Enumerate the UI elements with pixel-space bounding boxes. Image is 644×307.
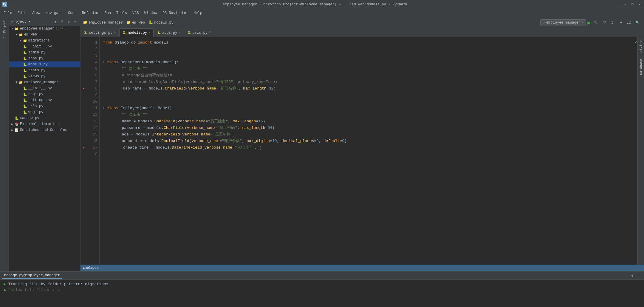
tree-label: urls.py <box>28 104 43 108</box>
param: max_length <box>242 125 265 131</box>
tree-item-employee-manager-inner[interactable]: ▼ 📁 employee_manager <box>9 79 80 85</box>
punc: ( <box>202 144 205 151</box>
tree-item-admin[interactable]: 🐍 admin.py <box>9 50 80 55</box>
menu-edit[interactable]: Edit <box>15 10 29 16</box>
menu-run[interactable]: Run <box>102 10 113 16</box>
param: default <box>323 138 340 144</box>
tab-settings[interactable]: 🐍 settings.py × <box>80 28 119 37</box>
run-config-dropdown[interactable]: ▷ employee_manager ▼ <box>540 19 586 26</box>
code-line-3 <box>103 53 635 59</box>
project-header-title: Project ▾ <box>11 19 31 24</box>
menu-help[interactable]: Help <box>191 10 205 16</box>
punc: . <box>161 125 164 131</box>
sciview-panel-label[interactable]: SciView <box>638 38 644 57</box>
tab-apps[interactable]: 🐍 apps.py × <box>154 28 184 37</box>
class-name: Department <box>121 59 144 66</box>
gutter-line-16 <box>80 138 87 144</box>
punc: , <box>319 138 321 144</box>
tree-item-wsgi[interactable]: 🐍 wsgi.py <box>9 109 80 115</box>
more-button[interactable]: ≫ <box>617 20 624 25</box>
tree-item-models[interactable]: 🐍 models.py <box>9 61 80 67</box>
menu-vcs[interactable]: VCS <box>130 10 141 16</box>
operator: = <box>151 144 153 151</box>
tree-label: views.py <box>28 74 46 78</box>
run-button[interactable]: ▶ <box>587 19 591 26</box>
terminal-close-button[interactable]: – <box>636 273 642 278</box>
punc: . <box>159 138 161 144</box>
punc: = <box>232 144 235 151</box>
tree-item-apps[interactable]: 🐍 apps.py <box>9 55 80 61</box>
profile-button[interactable]: ⏱ <box>609 20 616 25</box>
tab-models[interactable]: 🐍 models.py × <box>119 28 154 37</box>
menu-tools[interactable]: Tools <box>114 10 129 16</box>
punc: ) <box>170 105 172 112</box>
toolbar-right: ▷ employee_manager ▼ ▶ 🔨 🛡 ⏱ ≫ ⎇ 🔍 <box>540 19 642 26</box>
tab-close-button[interactable]: × <box>148 31 150 34</box>
line-num-15: 15 <box>87 131 97 138</box>
terminal-tab-manage[interactable]: manage.py@employee_manager <box>2 273 62 279</box>
minimize-button[interactable]: ─ <box>623 2 627 7</box>
tree-label: __init__.py <box>28 86 52 90</box>
coverage-button[interactable]: 🛡 <box>601 20 608 25</box>
menu-view[interactable]: View <box>29 10 43 16</box>
punc: , <box>255 144 257 151</box>
code-line-12: """员工表""" <box>103 112 635 118</box>
menu-code[interactable]: Code <box>66 10 79 16</box>
class-name: Model <box>158 105 170 112</box>
menu-bar: File Edit View Navigate Code Refactor Ru… <box>0 9 644 17</box>
git-button[interactable]: ⎇ <box>625 20 633 25</box>
terminal-settings-button[interactable]: ⚙ <box>630 273 635 278</box>
tree-item-scratches-and-consoles[interactable]: ▶ 📝 Scratches and Consoles <box>9 127 80 133</box>
project-panel-toggle[interactable]: 1: Project <box>1 18 8 40</box>
tree-item-external-libraries[interactable]: ▶ 📚 External Libraries <box>9 121 80 127</box>
tree-item-employee-manager-root[interactable]: ▼ 📁 employee_manager D:/Py <box>9 26 80 32</box>
tree-item-settings-inner[interactable]: 🐍 settings.py <box>9 97 80 103</box>
python-file-icon: 🐍 <box>23 62 27 67</box>
code-line-15: age = models . IntegerField ( verbose_na… <box>103 131 635 138</box>
search-button[interactable]: 🔍 <box>634 20 642 25</box>
maximize-button[interactable]: □ <box>630 2 634 7</box>
class-name: Model <box>162 59 174 66</box>
menu-refactor[interactable]: Refactor <box>80 10 102 16</box>
tree-item-init-em-web[interactable]: 🐍 __init__.py <box>9 44 80 50</box>
line-num-17: 17 <box>87 144 97 151</box>
tab-urls[interactable]: 🐍 urls.py × <box>184 28 214 37</box>
gutter-line-8: ● <box>80 85 87 92</box>
collapse-all-button[interactable]: ≡ <box>59 19 65 24</box>
tab-close-button[interactable]: × <box>179 31 180 34</box>
menu-navigate[interactable]: Navigate <box>43 10 65 16</box>
close-button[interactable]: ✕ <box>637 2 642 7</box>
code-editor[interactable]: from django.db import models ⊟ class <box>100 37 637 265</box>
terminal-cursor: Follow file filter ... <box>8 288 60 292</box>
menu-file[interactable]: File <box>1 10 15 16</box>
tree-item-views[interactable]: 🐍 views.py <box>9 73 80 79</box>
python-file-icon: 🐍 <box>23 56 27 61</box>
close-panel-button[interactable]: – <box>72 19 78 24</box>
tree-item-tests[interactable]: 🐍 tests.py <box>9 67 80 73</box>
param: max_digits <box>247 138 270 144</box>
tab-close-button[interactable]: × <box>209 31 211 34</box>
punc: . <box>150 131 152 138</box>
punc: . <box>152 118 154 125</box>
terminal-content[interactable]: ▶ Tracking file by folder pattern: migra… <box>0 280 644 307</box>
tree-item-init-inner[interactable]: 🐍 __init__.py <box>9 85 80 91</box>
tree-item-urls-inner[interactable]: 🐍 urls.py <box>9 103 80 109</box>
menu-db-navigator[interactable]: DB Navigator <box>160 10 191 16</box>
gutter-line-15 <box>80 131 87 138</box>
tree-item-asgi[interactable]: 🐍 asgi.py <box>9 91 80 97</box>
add-content-root-button[interactable]: ⊕ <box>53 19 58 24</box>
menu-window[interactable]: Window <box>142 10 160 16</box>
tree-item-migrations[interactable]: ▶ 📁 migrations <box>9 38 80 44</box>
tab-close-button[interactable]: × <box>114 31 116 34</box>
line-num-8: 8 <box>87 85 97 92</box>
tree-item-em-web[interactable]: ▼ 📁 em_web <box>9 32 80 38</box>
build-button[interactable]: 🔨 <box>592 20 600 25</box>
module: models <box>142 105 156 112</box>
title-bar-left: Py <box>2 2 7 7</box>
gutter: ● ● <box>80 37 87 265</box>
settings-button[interactable]: ⚙ <box>66 19 71 24</box>
punc: : <box>172 105 174 112</box>
tree-item-manage[interactable]: 🐍 manage.py <box>9 115 80 121</box>
gutter-line-3 <box>80 53 87 59</box>
database-panel-label[interactable]: Database <box>638 57 644 77</box>
